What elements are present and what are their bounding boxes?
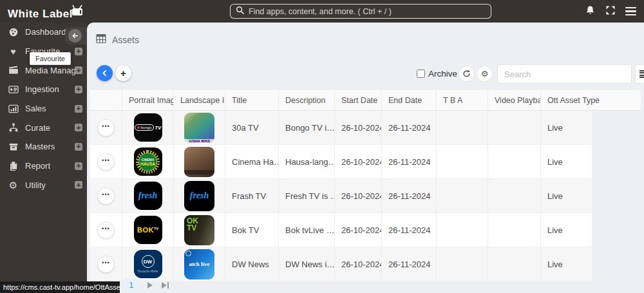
global-search (230, 4, 491, 19)
sidebar-label: Sales (25, 104, 46, 113)
add-asset-button[interactable]: + (115, 65, 131, 81)
global-search-input[interactable] (249, 7, 486, 16)
portrait-image: fresh (134, 182, 162, 210)
archive-checkbox[interactable] (417, 70, 425, 78)
table-row: ••• bongoTV GSHA WAS 30a TV Bongo TV i… … (90, 111, 592, 145)
cell-video-playback (488, 213, 541, 247)
header-tba[interactable]: T B A (437, 90, 488, 110)
column-list-button[interactable] (635, 64, 644, 84)
fullscreen-icon[interactable] (605, 5, 616, 18)
pagination: 1 (124, 279, 169, 291)
search-icon (236, 6, 245, 17)
cell-start-date: 26-10-2024 (335, 213, 382, 247)
cell-tba (437, 111, 488, 144)
dashboard-icon (8, 27, 19, 37)
cell-ott-asset-type: Live (541, 213, 592, 247)
sidebar-label: Curate (25, 123, 50, 133)
header-description[interactable]: Description (279, 90, 335, 110)
cell-ott-asset-type: Live (541, 145, 592, 178)
sidebar-item-utility[interactable]: ⚙ Utility + (0, 176, 87, 195)
table-search-input[interactable] (497, 64, 632, 84)
row-menu-button[interactable]: ••• (97, 187, 115, 205)
expand-ingestion-button[interactable]: + (75, 86, 82, 93)
table-row: ••• CINEMA HAUSA Cinema Ha… Hausa-lang… … (90, 145, 592, 179)
cell-description: Bok tvLive … (279, 213, 335, 247)
expand-media-management-button[interactable]: + (75, 66, 82, 74)
main-content: Assets + Archive ⚙ Portrait Imag… L (87, 23, 644, 293)
portrait-image: bongoTV (134, 113, 162, 142)
last-page-icon[interactable] (162, 282, 169, 288)
app-root: White Label (0, 0, 644, 293)
gear-icon: ⚙ (8, 180, 19, 190)
cell-title: Bok TV (225, 213, 279, 247)
expand-sales-button[interactable]: + (75, 105, 82, 113)
refresh-button[interactable] (459, 66, 475, 82)
header-landscape-image[interactable]: Landscape I… (174, 90, 225, 110)
expand-utility-button[interactable]: + (75, 181, 82, 189)
cell-video-playback (488, 111, 541, 144)
cell-start-date: 26-10-2024 (335, 179, 382, 213)
sitemap-icon (8, 122, 19, 133)
cell-ott-asset-type: Live (541, 247, 592, 281)
page-title: Assets (112, 35, 139, 45)
header-ott-asset-type[interactable]: Ott Asset Type (541, 90, 641, 110)
cell-title: Cinema Ha… (225, 145, 279, 178)
header-video-playback[interactable]: Video Playba… (488, 90, 541, 110)
landscape-image (184, 147, 214, 177)
sidebar-item-curate[interactable]: Curate + (0, 118, 87, 137)
header-end-date[interactable]: End Date (382, 90, 437, 110)
landscape-image: OK TV (184, 215, 214, 245)
menu-icon[interactable] (625, 7, 636, 16)
sidebar-collapse-tab (65, 27, 87, 44)
expand-masters-button[interactable]: + (75, 143, 82, 151)
table-row: ••• BOKTV OK TV Bok TV Bok tvLive … 26-1… (90, 213, 592, 247)
sidebar-label: Masters (25, 142, 55, 151)
cell-end-date: 26-11-2024 (382, 179, 437, 213)
cell-ott-asset-type: Live (541, 111, 592, 144)
row-menu-button[interactable]: ••• (97, 256, 115, 273)
heart-icon: ♥ (8, 47, 19, 56)
header-portrait-image[interactable]: Portrait Imag… (122, 90, 174, 110)
cell-tba (437, 179, 488, 213)
cell-ott-asset-type: Live (541, 179, 592, 213)
row-menu-button[interactable]: ••• (97, 222, 115, 239)
row-menu-button[interactable]: ••• (97, 153, 115, 171)
portrait-image: BOKTV (134, 216, 162, 244)
expand-report-button[interactable]: + (75, 162, 82, 170)
expand-curate-button[interactable]: + (75, 124, 82, 131)
archive-box-icon (8, 142, 19, 152)
expand-favourite-button[interactable]: + (75, 48, 82, 55)
row-menu-button[interactable]: ••• (97, 119, 115, 137)
top-bar: White Label (0, 0, 644, 23)
header-start-date[interactable]: Start Date (335, 90, 382, 110)
header-title[interactable]: Title (225, 90, 279, 110)
sidebar-item-ingestion[interactable]: Ingestion + (0, 80, 87, 99)
bell-icon[interactable] (585, 5, 596, 18)
sidebar-label: Dashboard (25, 27, 66, 37)
cell-start-date: 26-10-2024 (335, 145, 382, 178)
sidebar-item-masters[interactable]: Masters + (0, 137, 87, 156)
landscape-image: GSHA WAS (184, 113, 214, 143)
report-file-icon (8, 161, 19, 171)
sidebar-collapse-button[interactable] (68, 29, 82, 43)
table-header: Portrait Imag… Landscape I… Title Descri… (90, 90, 641, 111)
page-header: Assets (96, 33, 139, 46)
next-page-icon[interactable] (147, 282, 153, 288)
table-row: ••• fresh fresh Frash TV Fresh TV is … 2… (90, 179, 592, 213)
header-actions (90, 90, 122, 110)
cell-tba (437, 247, 488, 281)
table-body: ••• bongoTV GSHA WAS 30a TV Bongo TV i… … (90, 111, 592, 281)
settings-button[interactable]: ⚙ (477, 66, 493, 82)
assets-grid-icon (96, 33, 106, 46)
cell-start-date: 26-10-2024 (335, 111, 382, 144)
sidebar-label: Media Management (25, 66, 79, 75)
sidebar-item-sales[interactable]: Sales + (0, 99, 87, 118)
cell-title: Frash TV (225, 179, 279, 213)
cell-title: DW News (225, 247, 279, 281)
landscape-image: fresh (184, 181, 214, 211)
cell-end-date: 26-11-2024 (382, 111, 437, 144)
page-number-1[interactable]: 1 (124, 279, 138, 291)
sidebar-item-report[interactable]: Report + (0, 156, 87, 176)
back-button[interactable] (97, 65, 113, 81)
status-bar-url: https://cms.cast-tv.app/home/OttAssets# (0, 281, 120, 293)
